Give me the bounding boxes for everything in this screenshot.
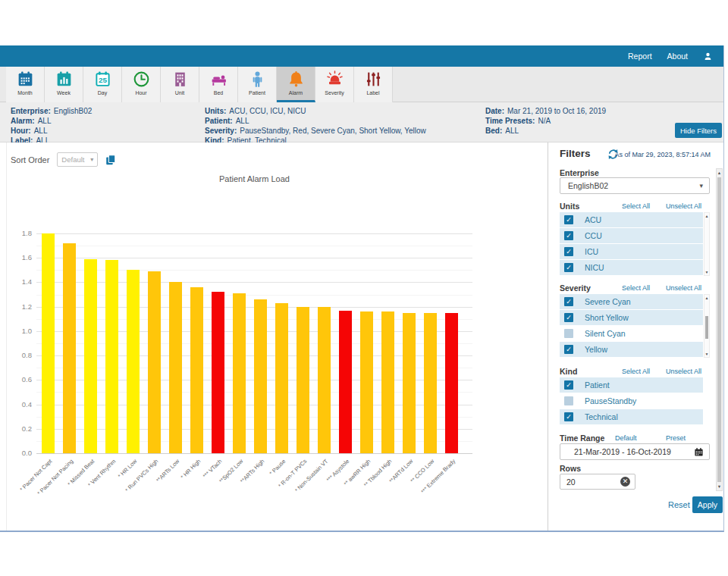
bar-pause[interactable]: [275, 303, 288, 453]
bed-icon: [209, 68, 228, 89]
copy-icon[interactable]: [105, 154, 117, 166]
units-label: Units: [560, 202, 579, 211]
bar-hr-low[interactable]: [127, 270, 140, 453]
summary-item-value: ALL: [38, 117, 52, 125]
scrollbar-thumb[interactable]: [705, 316, 708, 339]
toolbar-bed-button[interactable]: Bed: [199, 67, 238, 102]
toolbar-day-button[interactable]: 25 Day: [83, 67, 122, 102]
bar-tblood-high[interactable]: [381, 311, 394, 453]
filter-summary-bar: Enterprise:EnglishB02Alarm:ALLHour:ALLLa…: [0, 102, 723, 142]
bar-extreme-brady[interactable]: [445, 313, 458, 453]
toolbar-patient-button[interactable]: Patient: [238, 67, 277, 102]
scroll-up-arrow-icon[interactable]: ▲: [704, 296, 709, 300]
filters-panel: Filters As of Mar 29, 2023, 8:57:14 AM E…: [548, 142, 724, 531]
filter-option-nicu[interactable]: ✓NICU: [560, 260, 703, 275]
gridline: [36, 453, 472, 454]
checked-checkbox[interactable]: ✓: [564, 297, 573, 306]
scroll-down-arrow-icon[interactable]: ▼: [704, 352, 709, 356]
scroll-down-arrow-icon[interactable]: ▼: [717, 484, 722, 489]
bar-pacer-not-pacing[interactable]: [63, 243, 76, 453]
time-range-preset-link[interactable]: Preset: [666, 434, 686, 442]
filter-option-acu[interactable]: ✓ACU: [560, 212, 703, 227]
x-axis-tick-label: * Pacer Not Capt: [0, 458, 53, 527]
severity-unselect-all-link[interactable]: Unselect All: [666, 284, 701, 292]
bar-missed-beat[interactable]: [84, 259, 97, 453]
checked-checkbox[interactable]: ✓: [564, 263, 573, 272]
user-icon[interactable]: [703, 52, 713, 61]
units-list-scrollbar[interactable]: ▲ ▼: [704, 212, 710, 276]
scroll-down-arrow-icon[interactable]: ▼: [704, 270, 709, 274]
bar-vent-rhythm[interactable]: [105, 260, 118, 453]
bar-non-sustain-vt[interactable]: [318, 307, 331, 453]
page: Report About Month Week 25: [0, 0, 728, 576]
toolbar-unit-button[interactable]: Unit: [161, 67, 199, 102]
checked-checkbox[interactable]: ✓: [564, 247, 573, 256]
toolbar-severity-button[interactable]: Severity: [315, 67, 354, 102]
summary-column-1: Enterprise:EnglishB02Alarm:ALLHour:ALLLa…: [11, 106, 92, 146]
toolbar-week-button[interactable]: Week: [45, 67, 83, 102]
bar-pacer-not-capt[interactable]: [42, 233, 55, 453]
severity-list-scrollbar[interactable]: ▲ ▼: [704, 294, 710, 358]
apply-button[interactable]: Apply: [692, 496, 723, 513]
severity-select-all-link[interactable]: Select All: [622, 284, 650, 292]
toolbar-button-label: Label: [366, 90, 379, 95]
gridline: [36, 282, 472, 283]
bar-run-pvcs-high[interactable]: [148, 271, 161, 453]
time-range-default-link[interactable]: Default: [615, 434, 637, 442]
filter-option-short-yellow[interactable]: ✓Short Yellow: [560, 310, 703, 325]
reset-link[interactable]: Reset: [668, 500, 690, 509]
scroll-up-arrow-icon[interactable]: ▲: [717, 171, 722, 175]
bar-spo2-low[interactable]: [233, 293, 246, 453]
unchecked-checkbox[interactable]: [564, 329, 573, 338]
unchecked-checkbox[interactable]: [564, 396, 573, 405]
as-of-timestamp: As of Mar 29, 2023, 8:57:14 AM: [614, 151, 711, 158]
time-range-input[interactable]: [574, 444, 695, 459]
bar-hr-high[interactable]: [190, 287, 203, 453]
toolbar-label-button[interactable]: Label: [354, 67, 393, 102]
checked-checkbox[interactable]: ✓: [564, 412, 573, 421]
scrollbar-thumb[interactable]: [717, 177, 721, 482]
checked-checkbox[interactable]: ✓: [564, 345, 573, 354]
checked-checkbox[interactable]: ✓: [564, 231, 573, 240]
filter-option-ccu[interactable]: ✓CCU: [560, 228, 703, 243]
calendar-icon[interactable]: [694, 447, 704, 457]
toolbar-alarm-button-selected[interactable]: Alarm: [277, 67, 315, 102]
bar-awrr-high[interactable]: [360, 311, 373, 453]
bar-arts-high[interactable]: [254, 299, 267, 453]
toolbar-month-button[interactable]: Month: [6, 67, 45, 102]
nav-report-link[interactable]: Report: [628, 52, 652, 61]
rows-input[interactable]: [566, 474, 616, 489]
bar-cco-low[interactable]: [424, 313, 437, 453]
toolbar-button-label: Day: [98, 90, 107, 95]
bar-arts-low[interactable]: [169, 282, 182, 453]
checked-checkbox[interactable]: ✓: [564, 380, 573, 390]
checked-checkbox[interactable]: ✓: [564, 313, 573, 322]
checked-checkbox[interactable]: ✓: [564, 215, 573, 224]
filter-option-label: CCU: [585, 231, 602, 240]
severity-list: ✓Severe Cyan✓Short YellowSilent Cyan✓Yel…: [560, 294, 710, 358]
filter-option-severe-cyan[interactable]: ✓Severe Cyan: [560, 294, 703, 309]
filter-option-pausestandby[interactable]: PauseStandby: [560, 393, 703, 409]
bar-artd-low[interactable]: [403, 313, 416, 453]
filter-option-yellow[interactable]: ✓Yellow: [560, 342, 703, 357]
filter-option-icu[interactable]: ✓ICU: [560, 244, 703, 259]
filter-option-silent-cyan[interactable]: Silent Cyan: [560, 326, 703, 341]
enterprise-select[interactable]: EnglishB02 ▾: [560, 177, 710, 194]
hide-filters-button[interactable]: Hide Filters: [675, 123, 722, 138]
units-unselect-all-link[interactable]: Unselect All: [666, 202, 701, 210]
clear-icon[interactable]: ✕: [620, 477, 630, 487]
bar-vtach[interactable]: [212, 292, 224, 453]
filter-option-technical[interactable]: ✓Technical: [560, 409, 703, 424]
y-axis-tick-label: 0.0: [5, 449, 32, 457]
nav-about-link[interactable]: About: [667, 52, 688, 61]
scroll-up-arrow-icon[interactable]: ▲: [704, 214, 709, 218]
units-select-all-link[interactable]: Select All: [622, 202, 650, 210]
kind-select-all-link[interactable]: Select All: [622, 368, 650, 375]
filter-option-patient[interactable]: ✓Patient: [560, 377, 703, 393]
toolbar-hour-button[interactable]: Hour: [122, 67, 161, 102]
bar-asystole[interactable]: [339, 311, 352, 454]
kind-unselect-all-link[interactable]: Unselect All: [666, 368, 701, 375]
sort-order-select[interactable]: Default ▾: [57, 152, 98, 167]
bar-r-on-t-pvcs[interactable]: [297, 307, 309, 453]
filters-panel-scrollbar[interactable]: ▲ ▼: [716, 168, 723, 491]
